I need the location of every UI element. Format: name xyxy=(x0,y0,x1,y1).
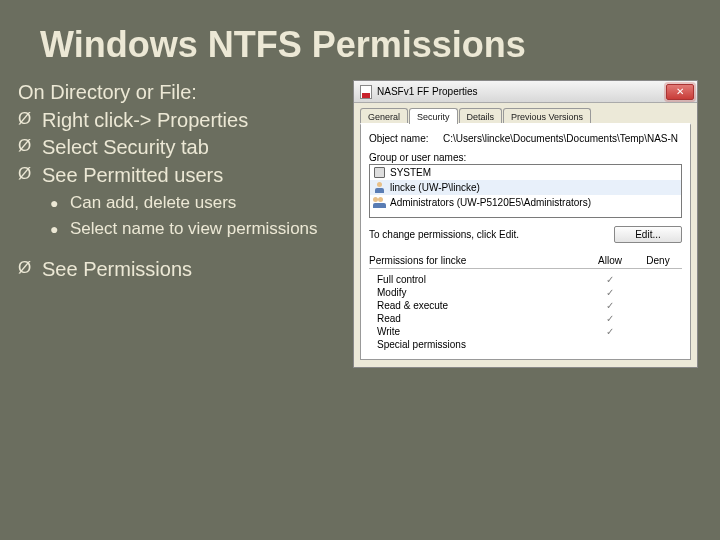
edit-button[interactable]: Edit... xyxy=(614,226,682,243)
allow-column-header: Allow xyxy=(586,255,634,266)
object-name-label: Object name: xyxy=(369,133,437,144)
permission-row: Special permissions xyxy=(369,338,682,351)
bullet-mark-icon: Ø xyxy=(18,135,42,161)
sub-bullet-text: Can add, delete users xyxy=(70,192,236,214)
bullet-mark-icon: Ø xyxy=(18,163,42,189)
slide-title: Windows NTFS Permissions xyxy=(0,0,720,80)
permission-row: Full control✓ xyxy=(369,273,682,286)
bullet-see-users: Ø See Permitted users xyxy=(18,163,343,189)
users-listbox[interactable]: SYSTEM lincke (UW-P\lincke) Administrato… xyxy=(369,164,682,218)
permission-row: Read & execute✓ xyxy=(369,299,682,312)
tab-security[interactable]: Security xyxy=(409,108,458,124)
divider xyxy=(369,268,682,269)
permission-name: Modify xyxy=(369,287,586,298)
object-name-value: C:\Users\lincke\Documents\Documents\Temp… xyxy=(443,133,682,144)
permission-name: Full control xyxy=(369,274,586,285)
permission-row: Write✓ xyxy=(369,325,682,338)
tab-details[interactable]: Details xyxy=(459,108,503,124)
permissions-header: Permissions for lincke Allow Deny xyxy=(369,255,682,266)
tab-general[interactable]: General xyxy=(360,108,408,124)
people-icon xyxy=(373,196,386,209)
allow-check: ✓ xyxy=(586,287,634,298)
bullet-right-click: Ø Right click-> Properties xyxy=(18,108,343,134)
sub-bullet-text: Select name to view permissions xyxy=(70,218,318,240)
user-name: SYSTEM xyxy=(390,167,431,178)
edit-row: To change permissions, click Edit. Edit.… xyxy=(369,226,682,243)
sub-bullet-select-name: ● Select name to view permissions xyxy=(50,218,343,240)
tabs: General Security Details Previous Versio… xyxy=(354,103,697,124)
bullet-see-permissions: Ø See Permissions xyxy=(18,257,343,283)
window-title-bar: NASFv1 FF Properties ✕ xyxy=(354,81,697,103)
bullet-mark-icon: Ø xyxy=(18,257,42,283)
deny-check xyxy=(634,300,682,311)
bullet-text: Right click-> Properties xyxy=(42,108,248,134)
close-button[interactable]: ✕ xyxy=(666,84,694,100)
object-name-row: Object name: C:\Users\lincke\Documents\D… xyxy=(369,133,682,144)
bullet-text: Select Security tab xyxy=(42,135,209,161)
deny-check xyxy=(634,339,682,350)
bullet-text: See Permitted users xyxy=(42,163,223,189)
permission-name: Special permissions xyxy=(369,339,586,350)
deny-check xyxy=(634,313,682,324)
left-column: On Directory or File: Ø Right click-> Pr… xyxy=(18,80,343,368)
permission-name: Write xyxy=(369,326,586,337)
bullet-text: See Permissions xyxy=(42,257,192,283)
group-users-label: Group or user names: xyxy=(369,152,682,163)
bullet-dot-icon: ● xyxy=(50,218,70,240)
deny-column-header: Deny xyxy=(634,255,682,266)
tab-panel-security: Object name: C:\Users\lincke\Documents\D… xyxy=(360,123,691,360)
allow-check: ✓ xyxy=(586,326,634,337)
person-icon xyxy=(373,181,386,194)
properties-dialog: NASFv1 FF Properties ✕ General Security … xyxy=(353,80,698,368)
permissions-for-label: Permissions for lincke xyxy=(369,255,586,266)
right-column: NASFv1 FF Properties ✕ General Security … xyxy=(353,80,698,368)
deny-check xyxy=(634,287,682,298)
allow-check: ✓ xyxy=(586,300,634,311)
permission-row: Read✓ xyxy=(369,312,682,325)
tab-previous-versions[interactable]: Previous Versions xyxy=(503,108,591,124)
window-title: NASFv1 FF Properties xyxy=(377,86,666,97)
allow-check xyxy=(586,339,634,350)
system-icon xyxy=(373,166,386,179)
sub-bullet-add-delete: ● Can add, delete users xyxy=(50,192,343,214)
bullet-dot-icon: ● xyxy=(50,192,70,214)
deny-check xyxy=(634,274,682,285)
user-name: Administrators (UW-P5120E5\Administrator… xyxy=(390,197,591,208)
file-icon xyxy=(359,85,373,99)
list-item[interactable]: lincke (UW-P\lincke) xyxy=(370,180,681,195)
edit-hint-text: To change permissions, click Edit. xyxy=(369,229,519,240)
intro-text: On Directory or File: xyxy=(18,80,343,106)
permission-name: Read xyxy=(369,313,586,324)
content: On Directory or File: Ø Right click-> Pr… xyxy=(0,80,720,368)
permission-row: Modify✓ xyxy=(369,286,682,299)
deny-check xyxy=(634,326,682,337)
allow-check: ✓ xyxy=(586,274,634,285)
list-item[interactable]: SYSTEM xyxy=(370,165,681,180)
bullet-mark-icon: Ø xyxy=(18,108,42,134)
permissions-list: Full control✓Modify✓Read & execute✓Read✓… xyxy=(369,273,682,351)
list-item[interactable]: Administrators (UW-P5120E5\Administrator… xyxy=(370,195,681,210)
allow-check: ✓ xyxy=(586,313,634,324)
bullet-select-security: Ø Select Security tab xyxy=(18,135,343,161)
user-name: lincke (UW-P\lincke) xyxy=(390,182,480,193)
permission-name: Read & execute xyxy=(369,300,586,311)
